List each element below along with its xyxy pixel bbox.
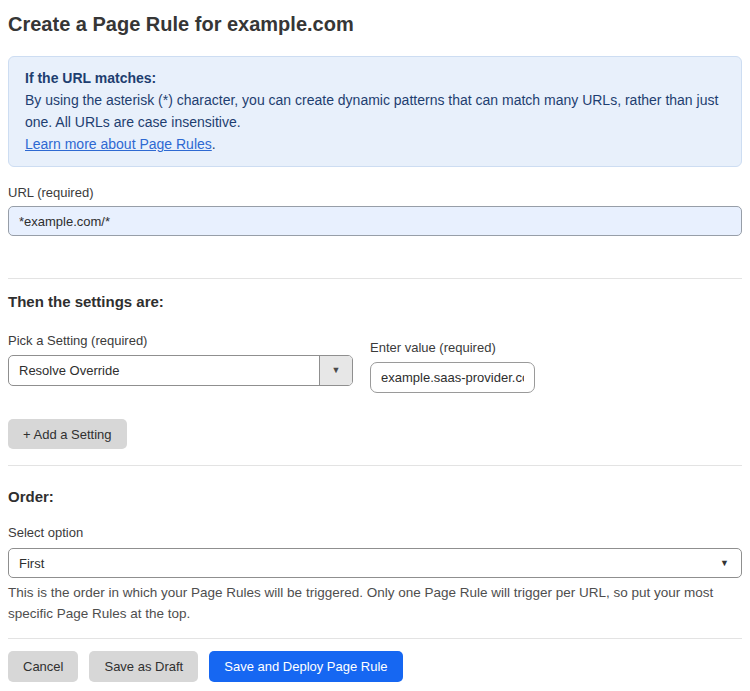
- order-select-label: Select option: [8, 525, 742, 541]
- footer-buttons: Cancel Save as Draft Save and Deploy Pag…: [8, 651, 742, 682]
- order-help-text: This is the order in which your Page Rul…: [8, 582, 742, 624]
- url-match-info-box: If the URL matches: By using the asteris…: [8, 56, 742, 167]
- settings-row: Pick a Setting (required) Resolve Overri…: [8, 333, 742, 393]
- info-box-link-line: Learn more about Page Rules.: [25, 133, 725, 155]
- page-rule-form: Create a Page Rule for example.com If th…: [0, 12, 750, 682]
- chevron-down-icon: ▼: [720, 559, 729, 568]
- setting-value-group: Enter value (required): [370, 333, 535, 393]
- chevron-down-icon: ▼: [332, 366, 341, 375]
- learn-more-link[interactable]: Learn more about Page Rules: [25, 136, 212, 152]
- order-section-heading: Order:: [8, 487, 742, 506]
- setting-select-label: Pick a Setting (required): [8, 333, 353, 349]
- setting-select-value: Resolve Override: [9, 363, 319, 378]
- cancel-button[interactable]: Cancel: [8, 651, 78, 682]
- link-suffix: .: [212, 136, 216, 152]
- order-select-value: First: [9, 556, 54, 571]
- divider: [8, 638, 742, 639]
- setting-select-arrow-button[interactable]: ▼: [319, 356, 352, 385]
- setting-select[interactable]: Resolve Override ▼: [8, 355, 353, 386]
- url-input[interactable]: [8, 206, 742, 236]
- url-field-label: URL (required): [8, 185, 742, 201]
- setting-select-group: Pick a Setting (required) Resolve Overri…: [8, 333, 353, 386]
- save-and-deploy-button[interactable]: Save and Deploy Page Rule: [209, 651, 402, 682]
- value-field-label: Enter value (required): [370, 340, 535, 356]
- info-box-body: By using the asterisk (*) character, you…: [25, 89, 725, 133]
- add-setting-button[interactable]: + Add a Setting: [8, 419, 127, 449]
- setting-value-input[interactable]: [370, 362, 535, 393]
- order-select[interactable]: First ▼: [8, 548, 742, 578]
- save-as-draft-button[interactable]: Save as Draft: [89, 651, 198, 682]
- divider: [8, 465, 742, 466]
- divider: [8, 278, 742, 279]
- settings-section-heading: Then the settings are:: [8, 292, 742, 311]
- page-title: Create a Page Rule for example.com: [8, 12, 742, 36]
- info-box-heading: If the URL matches:: [25, 67, 725, 89]
